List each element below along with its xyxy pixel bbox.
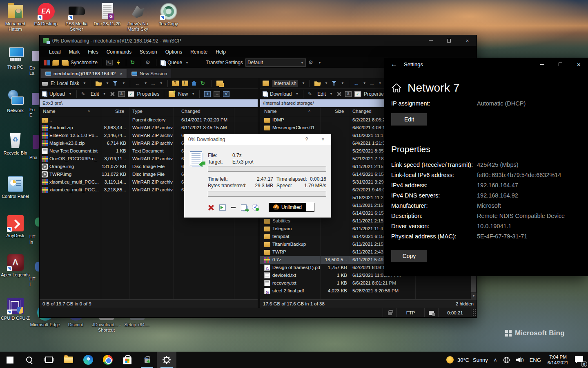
command-icon[interactable] [115,60,122,65]
desktop-icon[interactable]: Control Panel [0,175,31,199]
refresh-icon[interactable] [200,81,207,86]
unselect-icon[interactable] [214,91,220,97]
forward-icon[interactable]: → [369,80,375,87]
column-header-size[interactable]: Size [335,109,344,114]
minimize-button[interactable] [421,35,440,46]
copy-properties-button[interactable]: Copy [391,250,427,262]
column-header-size[interactable]: Size [115,109,124,114]
close-button[interactable]: × [570,58,588,71]
synchronize-icon[interactable] [62,60,68,65]
column-header-changed[interactable]: Changed [352,109,372,114]
delete-icon[interactable] [109,91,116,97]
desktop-icon[interactable]: Recycle Bin [0,132,31,156]
transfer-ok-icon[interactable] [252,204,258,211]
network-tray-button[interactable] [500,352,513,368]
column-header-name[interactable]: Name [264,109,277,114]
minimize-button[interactable] [533,58,551,71]
chevron-down-icon[interactable]: ▼ [83,81,86,85]
settings-titlebar[interactable]: ← Settings × [384,58,588,71]
new-button[interactable]: New [178,91,188,97]
filter-icon[interactable] [331,81,337,86]
column-header-type[interactable]: Type [132,109,143,114]
speed-limit-button[interactable]: Unlimited [269,203,314,212]
local-drive-select[interactable]: E: Local Disk [51,81,79,86]
queue-icon[interactable] [160,60,165,65]
delete-icon[interactable] [336,91,342,97]
partial-desktop-icon-label[interactable]: HT In [29,234,39,245]
tray-overflow-button[interactable]: ∧ [491,352,500,368]
desktop-icon[interactable]: EA Desktop [31,2,61,39]
menu-item[interactable]: Options [162,47,186,56]
desktop-icon[interactable]: PS3 Media Server [61,2,92,39]
chevron-down-icon[interactable]: ▼ [318,61,321,65]
column-divider[interactable] [101,108,101,299]
cancel-transfer-button[interactable] [208,204,214,211]
chevron-down-icon[interactable]: ▼ [302,81,305,85]
preferences-icon[interactable] [145,60,152,65]
rename-icon[interactable] [345,91,352,97]
scroll-down-icon[interactable]: ▼ [471,293,477,299]
file-row[interactable]: .. Parent directory 6/14/2021 7:02:20 PM [40,116,258,124]
new-session-tab[interactable]: New Session [127,69,171,78]
skip-file-button[interactable] [219,204,226,211]
file-explorer-button[interactable] [59,352,78,368]
refresh-icon[interactable] [130,60,137,65]
new-icon[interactable] [169,91,175,97]
close-button[interactable]: × [458,35,477,46]
chrome-button[interactable] [98,352,118,368]
search-button[interactable] [20,352,39,368]
file-row[interactable]: Android.zip 8,983,44... WinRAR ZIP archi… [40,124,258,132]
file-row[interactable]: recovery.txt 1 KB 6/6/2021 8:01:21 PM [260,279,477,287]
directory-tree-icon[interactable] [216,81,223,86]
menu-item[interactable]: Remote [187,47,211,56]
transfer-preset-select[interactable]: Default ▼ [245,58,306,67]
weather-widget[interactable]: 30°C Sunny [443,352,491,368]
desktop-icon[interactable]: Apex Legends [0,254,31,278]
language-tray-button[interactable]: ENG [527,352,544,368]
commander-view-icon[interactable] [44,60,50,65]
clock-tray[interactable]: 7:04 PM 6/14/2021 [544,352,572,368]
properties-icon[interactable] [354,91,361,97]
sync-browsing-icon[interactable] [53,60,59,65]
open-directory-icon[interactable] [96,81,102,86]
volume-tray-button[interactable]: )) [513,352,527,368]
select-all-icon[interactable] [223,91,229,97]
edit-icon[interactable] [81,91,88,97]
chevron-down-icon[interactable]: ▼ [185,61,189,65]
column-divider[interactable] [129,108,129,299]
winscp-titlebar[interactable]: 0% Downloading - medohatem@192.168.164.9… [40,35,477,46]
edit-button[interactable]: Edit [317,91,326,97]
partial-desktop-icon-label[interactable]: Fo E [29,107,39,118]
column-header-changed[interactable]: Changed [181,109,200,114]
desktop-icon[interactable]: Doc 28-11-20 [92,2,122,39]
menu-item[interactable]: Help [212,47,229,56]
back-icon[interactable]: ← [135,80,140,87]
menu-item[interactable]: Session [136,47,161,56]
transfer-options-icon[interactable] [308,60,315,65]
column-divider[interactable] [349,108,349,299]
minimize-dialog-button[interactable] [231,207,236,208]
column-divider[interactable] [174,108,174,299]
back-icon[interactable]: ← [384,61,404,68]
rename-icon[interactable] [118,91,125,97]
partial-desktop-icon-label[interactable]: Pha [29,155,39,160]
select-icon[interactable] [204,91,211,97]
desktop-icon[interactable]: This PC [0,46,31,70]
root-directory-icon[interactable] [182,81,188,86]
partial-desktop-icon-label[interactable]: HT I [29,276,39,287]
properties-button[interactable]: Properties [364,91,386,97]
remote-drive-select[interactable]: Internal sh [272,80,298,87]
task-view-button[interactable] [39,352,59,368]
column-header-name[interactable]: Name [43,109,56,114]
desktop-icon[interactable]: CPUID CPU-Z [0,297,31,321]
settings-taskbar-button[interactable] [157,352,176,368]
desktop-icon[interactable]: Mohamed Hatem [0,2,31,39]
edit-button[interactable]: Edit [91,91,99,97]
parent-directory-icon[interactable] [172,81,179,86]
console-icon[interactable] [106,60,113,65]
desktop-icon[interactable]: TeraCopy [153,2,184,39]
edit-icon[interactable] [308,91,314,97]
properties-button[interactable]: Properties [137,91,160,97]
close-button[interactable]: × [315,137,331,142]
properties-icon[interactable] [128,91,134,97]
